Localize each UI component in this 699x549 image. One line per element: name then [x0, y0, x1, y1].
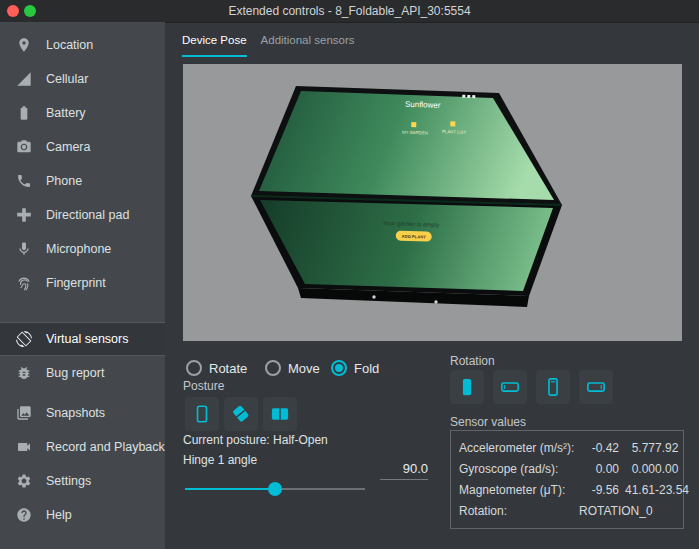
mini-add-plant-label: ADD PLANT	[402, 234, 427, 240]
sidebar-item-label: Microphone	[46, 242, 111, 256]
sidebar-item-microphone[interactable]: Microphone	[0, 232, 165, 266]
rotation-landscape-reversed-button[interactable]	[579, 370, 613, 404]
posture-label: Posture	[183, 379, 224, 393]
sidebar-item-label: Camera	[46, 140, 90, 154]
sensor-name: Rotation:	[459, 504, 579, 518]
radio-circle	[265, 360, 281, 376]
settings-gear-icon	[16, 473, 32, 489]
sensor-value-y: 0.00	[619, 462, 655, 476]
window-title: Extended controls - 8_Foldable_API_30:55…	[0, 4, 699, 18]
rotate-radio-label: Rotate	[209, 361, 247, 376]
snapshots-icon	[16, 405, 32, 421]
sidebar-item-battery[interactable]: Battery	[0, 96, 165, 130]
sidebar-item-location[interactable]: Location	[0, 28, 165, 62]
hinge-angle-label: Hinge 1 angle	[183, 453, 257, 467]
rotation-landscape-reversed-icon	[583, 374, 609, 400]
mini-tab-plant-list: PLANT LIST	[442, 129, 467, 135]
edge-camera-dot	[372, 295, 375, 298]
titlebar: Extended controls - 8_Foldable_API_30:55…	[0, 0, 699, 23]
sidebar-item-cellular[interactable]: Cellular	[0, 62, 165, 96]
rotation-landscape-button[interactable]	[493, 370, 527, 404]
sidebar-item-label: Virtual sensors	[46, 332, 128, 346]
device-3d-view[interactable]: Sunflower MY GARDEN PLANT LIST Your gard…	[183, 64, 682, 341]
sensor-name: Magnetometer (μT):	[459, 483, 579, 497]
radio-circle	[331, 360, 347, 376]
mini-app-title: Sunflower	[405, 100, 441, 110]
sidebar-item-settings[interactable]: Settings	[0, 464, 165, 498]
edge-camera-dot	[434, 300, 437, 303]
sensor-row-gyroscope: Gyroscope (rad/s): 0.00 0.00 0.00	[459, 458, 675, 479]
sidebar-item-snapshots[interactable]: Snapshots	[0, 396, 165, 430]
rotation-landscape-icon	[497, 374, 523, 400]
sidebar-item-label: Battery	[46, 106, 86, 120]
tab-device-pose[interactable]: Device Pose	[182, 34, 247, 57]
sidebar-item-label: Bug report	[46, 366, 104, 380]
sensor-values-label: Sensor values	[450, 415, 526, 429]
sidebar-item-bug-report[interactable]: Bug report	[0, 356, 165, 390]
location-icon	[16, 37, 32, 53]
sensor-value-z: 7.92	[655, 441, 678, 455]
sensor-value-x: 0.00	[579, 462, 619, 476]
sidebar-item-label: Phone	[46, 174, 82, 188]
sensor-value-x: -0.42	[579, 441, 619, 455]
tab-additional-sensors[interactable]: Additional sensors	[261, 34, 355, 57]
posture-half-open-icon	[228, 401, 254, 427]
fold-radio[interactable]: Fold	[331, 359, 379, 377]
posture-half-open-button[interactable]	[224, 397, 258, 431]
foldable-front-panel	[251, 196, 562, 296]
slider-fill	[185, 488, 275, 490]
posture-closed-button[interactable]	[185, 397, 219, 431]
mini-status-icons	[462, 95, 475, 98]
mini-plantlist-tab-icon	[450, 121, 455, 126]
sensor-value-x: -9.56	[579, 483, 619, 497]
sidebar-item-virtual-sensors[interactable]: Virtual sensors	[0, 322, 165, 356]
fingerprint-icon	[16, 275, 32, 291]
move-radio[interactable]: Move	[265, 359, 320, 377]
sidebar-item-label: Settings	[46, 474, 91, 488]
hinge-angle-input[interactable]: 90.0	[380, 458, 428, 480]
close-button[interactable]	[7, 5, 19, 17]
sidebar-item-phone[interactable]: Phone	[0, 164, 165, 198]
rotate-radio[interactable]: Rotate	[186, 359, 247, 377]
sidebar-item-label: Cellular	[46, 72, 88, 86]
sidebar-item-fingerprint[interactable]: Fingerprint	[0, 266, 165, 300]
sidebar-item-label: Location	[46, 38, 93, 52]
move-radio-label: Move	[288, 361, 320, 376]
cellular-icon	[16, 71, 32, 87]
extended-controls-window: Extended controls - 8_Foldable_API_30:55…	[0, 0, 699, 549]
sensor-row-magnetometer: Magnetometer (μT): -9.56 41.61 -23.54	[459, 479, 675, 500]
rotation-portrait-icon	[454, 374, 480, 400]
sidebar: Location Cellular Battery Camera Phone D…	[0, 22, 165, 549]
current-posture-text: Current posture: Half-Open	[183, 433, 328, 447]
record-icon	[16, 439, 32, 455]
rotation-portrait-button[interactable]	[450, 370, 484, 404]
dpad-icon	[16, 207, 32, 223]
sensor-value-z: 0.00	[655, 462, 678, 476]
slider-thumb[interactable]	[268, 482, 282, 496]
camera-icon	[16, 139, 32, 155]
rotation-portrait-reversed-button[interactable]	[536, 370, 570, 404]
bug-report-icon	[16, 365, 32, 381]
zoom-button[interactable]	[24, 5, 36, 17]
sensor-values-panel: Accelerometer (m/s²): -0.42 5.77 7.92 Gy…	[450, 430, 684, 529]
mini-garden-tab-icon	[411, 122, 416, 127]
help-icon	[16, 507, 32, 523]
sensor-value-y: 41.61	[619, 483, 655, 497]
sidebar-item-directional-pad[interactable]: Directional pad	[0, 198, 165, 232]
phone-icon	[16, 173, 32, 189]
sensor-row-accelerometer: Accelerometer (m/s²): -0.42 5.77 7.92	[459, 437, 675, 458]
sidebar-item-help[interactable]: Help	[0, 498, 165, 532]
hinge-angle-slider[interactable]	[185, 482, 365, 496]
mini-tab-my-garden: MY GARDEN	[402, 130, 428, 136]
rotation-label: Rotation	[450, 354, 495, 368]
sidebar-item-label: Directional pad	[46, 208, 129, 222]
posture-closed-icon	[189, 401, 215, 427]
sidebar-item-camera[interactable]: Camera	[0, 130, 165, 164]
sensor-name: Accelerometer (m/s²):	[459, 441, 579, 455]
radio-circle	[186, 360, 202, 376]
rotation-portrait-reversed-icon	[540, 374, 566, 400]
battery-icon	[16, 105, 32, 121]
sidebar-item-label: Fingerprint	[46, 276, 106, 290]
sidebar-item-record-playback[interactable]: Record and Playback	[0, 430, 165, 464]
posture-open-button[interactable]	[263, 397, 297, 431]
